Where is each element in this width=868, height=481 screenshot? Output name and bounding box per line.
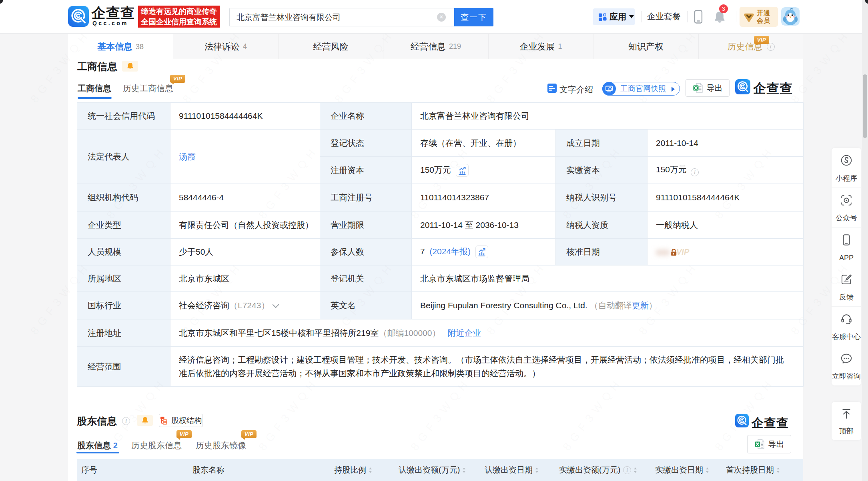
search-button[interactable]: 查一下: [454, 8, 493, 26]
biz-monitor-bell[interactable]: [122, 61, 138, 72]
open-vip-button[interactable]: 开通会员: [740, 7, 778, 27]
table-row: 所属地区 北京市东城区 登记机关 北京市东城区市场监督管理局: [77, 265, 804, 292]
cell-value: 110114014323867: [412, 184, 556, 212]
cell-label: 纳税人识别号: [556, 184, 647, 212]
subtab-holders-mirror[interactable]: 历史股东镜像: [196, 440, 246, 451]
tab-operation-risk[interactable]: 经营风险: [278, 34, 383, 59]
capital-trend-icon[interactable]: [456, 164, 469, 177]
tab-history-info[interactable]: 历史信息 i VIP: [698, 34, 803, 59]
column-header[interactable]: 实缴出资日期: [655, 459, 709, 481]
equity-structure-label: 股权结构: [171, 415, 202, 426]
sidebar-item-official-account[interactable]: 公众号: [832, 188, 861, 227]
cell-label: 登记机关: [320, 265, 412, 292]
brand-domain: Qcc.com: [92, 20, 128, 26]
sidebar-item-miniprogram[interactable]: 小程序: [832, 148, 861, 188]
tab-company-development[interactable]: 企业发展1: [488, 34, 593, 59]
tab-legal-litigation[interactable]: 法律诉讼4: [173, 34, 278, 59]
apps-caret-icon: [629, 15, 634, 18]
column-header[interactable]: 认缴出资额(万元): [399, 459, 466, 481]
sidebar-item-customer-service[interactable]: 客服中心: [832, 306, 861, 346]
scrollbar-thumb[interactable]: [863, 74, 867, 138]
user-avatar[interactable]: [781, 7, 800, 26]
scrollbar-track[interactable]: [862, 0, 868, 481]
cell-value: 一般纳税人: [647, 212, 804, 239]
sort-icon: [776, 467, 780, 473]
subtab-underline: [78, 97, 112, 99]
business-info-table: 统一社会信用代码 91110101584444464K 企业名称 北京富普兰林业…: [77, 102, 804, 387]
chevron-down-icon[interactable]: [273, 301, 279, 308]
back-to-top-button[interactable]: 顶部: [832, 402, 861, 440]
cell-label: 登记状态: [320, 130, 412, 157]
subtab-biz-info[interactable]: 工商信息: [78, 83, 111, 94]
subtab-underline: [76, 452, 119, 453]
brand-name[interactable]: 企查查: [92, 5, 135, 20]
column-header[interactable]: 首次持股日期: [726, 459, 780, 481]
column-header[interactable]: 实缴出资额(万元)i: [559, 459, 637, 481]
info-icon[interactable]: i: [691, 168, 699, 176]
cell-label: 营业期限: [320, 212, 412, 239]
qcc-logo-icon[interactable]: [68, 6, 89, 27]
vip-crown-icon: [743, 12, 755, 22]
tab-intellectual-property[interactable]: 知识产权: [593, 34, 698, 59]
sort-icon: [535, 467, 539, 473]
holders-export-button[interactable]: 导出: [747, 435, 791, 453]
cell-label: 企业类型: [77, 212, 170, 239]
text-intro-link[interactable]: 文字介绍: [559, 84, 593, 95]
annual-report-link[interactable]: (2024年报): [429, 247, 471, 256]
cell-label: 人员规模: [77, 239, 170, 265]
biz-section-title: 工商信息: [77, 60, 117, 73]
cell-value: 58444446-4: [170, 184, 320, 212]
divider: [641, 11, 641, 22]
export-button[interactable]: 导出: [686, 79, 730, 97]
snapshot-label: 工商官网快照: [620, 84, 666, 94]
qcc-logo-icon: [735, 79, 750, 94]
notification-badge: 3: [719, 4, 728, 13]
sidebar-item-consult-now[interactable]: 立即咨询: [832, 346, 861, 385]
headset-icon: [840, 313, 852, 325]
insured-trend-icon[interactable]: [475, 245, 488, 258]
translate-update-link[interactable]: 更新: [632, 301, 649, 310]
cell-label: 统一社会信用代码: [77, 103, 170, 130]
info-icon[interactable]: i: [122, 417, 130, 425]
apps-menu[interactable]: 应用: [593, 8, 635, 25]
subtab-history-biz-info[interactable]: 历史工商信息: [123, 83, 173, 94]
holders-monitor-bell[interactable]: [137, 415, 153, 426]
bell-icon: [127, 62, 134, 70]
mobile-phone-icon[interactable]: [694, 10, 703, 24]
sidebar-item-app[interactable]: APP: [832, 227, 861, 267]
vip-locked-label: VIP: [676, 247, 689, 256]
table-row: 企业类型 有限责任公司（自然人投资或控股） 营业期限 2011-10-14 至 …: [77, 212, 804, 239]
subtab-history-holders[interactable]: 历史股东信息: [131, 440, 182, 451]
subtab-holders[interactable]: 股东信息 2: [77, 440, 118, 451]
cell-label: 经营范围: [77, 347, 170, 387]
cell-value: 91110101584444464K: [647, 184, 804, 212]
enterprise-package-link[interactable]: 企业套餐: [647, 11, 681, 22]
equity-structure-button[interactable]: 股权结构: [159, 414, 203, 427]
tab-operation-info[interactable]: 经营信息219: [383, 34, 488, 59]
column-header[interactable]: 认缴出资日期: [485, 459, 539, 481]
legal-rep-link[interactable]: 汤霞: [179, 152, 196, 161]
cell-label: 纳税人资质: [556, 212, 647, 239]
cell-label: 实缴资本: [556, 157, 647, 184]
column-header: 序号: [81, 459, 97, 481]
main-tabbar: 基本信息38 法律诉讼4 经营风险 经营信息219 企业发展1 知识产权 历史信…: [68, 34, 803, 59]
cell-value: 少于50人: [170, 239, 320, 265]
search-clear-icon[interactable]: ✕: [437, 13, 446, 22]
vip-badge: VIP: [170, 75, 185, 83]
qcc-watermark-logo: 企查查: [753, 80, 793, 98]
column-header[interactable]: 持股比例: [334, 459, 372, 481]
snapshot-button[interactable]: 工商官网快照: [602, 82, 680, 96]
cell-label: 所属地区: [77, 265, 170, 292]
text-intro-icon: [547, 84, 557, 93]
search-input[interactable]: 北京富普兰林业咨询有限公司: [229, 8, 454, 26]
tab-basic-info[interactable]: 基本信息38: [68, 34, 173, 60]
sidebar-item-feedback[interactable]: 反馈: [832, 267, 861, 306]
nearby-companies-link[interactable]: 附近企业: [447, 328, 481, 337]
cell-value: 7 (2024年报): [412, 239, 556, 265]
info-icon[interactable]: i: [623, 466, 631, 474]
table-row: 经营范围 经济信息咨询；工程勘察设计；建设工程项目管理；技术开发、技术咨询。（市…: [77, 347, 804, 387]
play-arrow-icon: [672, 87, 675, 92]
qcc-company-page: 企查查 Qcc.com 缔造有远见的商业传奇全国企业信用查询系统 北京富普兰林业…: [0, 0, 868, 481]
cell-label: 国标行业: [77, 292, 170, 319]
qcc-watermark-logo: 企查查: [752, 415, 789, 431]
